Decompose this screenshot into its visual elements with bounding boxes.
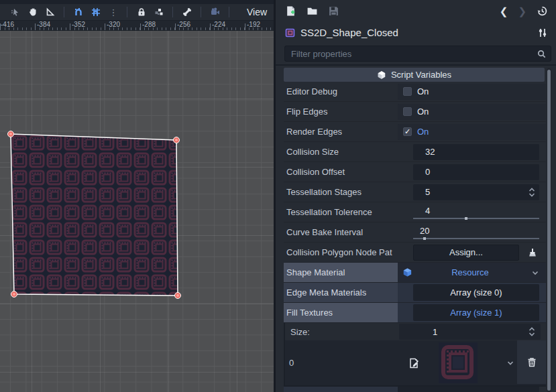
shape-material-resource[interactable]: Resource [398, 263, 546, 282]
inspector-toolbar: ❮ ❯ [276, 0, 556, 22]
load-folder-icon[interactable] [307, 5, 318, 17]
section-title: Script Variables [391, 70, 451, 80]
lock-icon [136, 7, 147, 17]
property-row-edge-meta-materials: Edge Meta Materials Array (size 0) [284, 283, 546, 303]
clear-brush-icon[interactable] [527, 247, 538, 258]
group-icon [154, 7, 164, 17]
bone-icon [182, 7, 192, 17]
canvas-toolbar: ⋮ [0, 4, 274, 21]
view-menu-button[interactable]: View [240, 7, 274, 17]
select-tool-button[interactable] [9, 5, 21, 19]
ruler-label: -256 [177, 21, 190, 28]
lock-button[interactable] [135, 5, 147, 19]
delete-element-column [517, 340, 546, 384]
skeleton-options-button[interactable] [209, 5, 221, 19]
viewport-panel: ⋮ [0, 0, 274, 392]
next-property-partial [284, 385, 546, 392]
array-size-row: Size: 1 [284, 323, 546, 340]
assign-button[interactable]: Assign... [413, 245, 519, 261]
camera-icon [210, 7, 221, 17]
slider-grabber[interactable] [465, 217, 467, 220]
editor-window: ⋮ [0, 0, 556, 392]
ruler-tool-button[interactable] [44, 5, 56, 19]
flip-edges-checkbox[interactable] [403, 107, 412, 116]
toolbar-separator [201, 7, 201, 17]
history-back-button[interactable]: ❮ [500, 5, 508, 17]
search-icon [537, 49, 547, 59]
array-element-row: 0 [284, 340, 546, 385]
array-size-label: Size: [285, 327, 399, 337]
inspector-scroll-area: Script Variables Editor Debug On Flip Ed… [276, 64, 556, 392]
new-resource-icon[interactable] [285, 5, 296, 17]
array-size-field[interactable]: 1 [399, 324, 541, 340]
edited-object-row: SS2D_Shape_Closed [276, 22, 556, 43]
object-cube-icon [377, 70, 386, 80]
group-button[interactable] [153, 5, 164, 19]
inspector-panel: ❮ ❯ SS2D_Shape_Closed Filter properti [274, 0, 556, 392]
smart-snap-button[interactable] [72, 5, 84, 19]
trash-icon[interactable] [526, 356, 537, 368]
ruler-label: -192 [247, 21, 260, 28]
collision-size-field[interactable]: 32 [413, 144, 539, 160]
property-row-flip-edges: Flip Edges On [284, 102, 546, 122]
fill-texture-preview[interactable] [439, 342, 478, 383]
property-row-tessellation-stages: Tessellation Stages 5 [284, 182, 546, 202]
property-row-fill-textures: Fill Textures Array (size 1) [284, 303, 546, 323]
tessellation-tolerence-slider[interactable] [413, 218, 539, 219]
toolbar-separator [64, 7, 64, 17]
ruler-label: -224 [212, 21, 225, 28]
snap-options-button[interactable]: ⋮ [107, 5, 119, 19]
check-icon: ✓ [404, 128, 410, 135]
collision-offset-field[interactable]: 0 [413, 164, 539, 180]
bone-button[interactable] [181, 5, 192, 19]
editor-debug-checkbox[interactable] [403, 87, 412, 96]
inspector-scrollbar[interactable] [547, 68, 551, 392]
pan-tool-button[interactable] [27, 5, 38, 19]
grid-snap-icon [91, 7, 101, 17]
section-script-variables[interactable]: Script Variables [284, 68, 545, 82]
filter-placeholder: Filter properties [291, 49, 537, 59]
filter-properties-input[interactable]: Filter properties [284, 46, 551, 62]
ruler-label: -416 [1, 21, 14, 28]
chevron-down-icon [531, 269, 539, 277]
grid-snap-button[interactable] [90, 5, 101, 19]
curve-bake-interval-slider[interactable] [413, 238, 539, 239]
resource-cube-icon [402, 267, 412, 277]
smart-snap-icon [73, 7, 84, 17]
ruler-triangle-icon [45, 7, 56, 17]
extra-tools-icon[interactable] [537, 27, 548, 38]
vertical-dots-icon: ⋮ [109, 7, 117, 17]
property-row-shape-material: Shape Material Resource [284, 263, 546, 283]
scrollbar-thumb[interactable] [547, 70, 551, 391]
save-icon[interactable] [328, 5, 339, 17]
ss2d-node-icon [285, 27, 296, 38]
2d-canvas[interactable] [0, 31, 274, 392]
node-title: SS2D_Shape_Closed [300, 27, 533, 38]
slider-grabber[interactable] [423, 237, 426, 240]
render-edges-checkbox[interactable]: ✓ [403, 127, 412, 136]
edit-resource-icon[interactable] [408, 358, 419, 369]
ruler-label: -384 [37, 21, 50, 28]
tessellation-tolerence-value[interactable]: 4 [425, 206, 430, 216]
property-row-collision-size: Collision Size 32 [284, 142, 546, 162]
filter-row: Filter properties [276, 43, 556, 64]
select-cursor-icon [10, 7, 21, 17]
property-row-collision-polygon-node-path: Collision Polygon Node Pat Assign... [284, 243, 546, 263]
edge-meta-materials-array[interactable]: Array (size 0) [413, 284, 539, 301]
element-index: 0 [285, 358, 294, 368]
chevron-down-icon[interactable] [506, 359, 514, 367]
curve-bake-interval-value[interactable]: 20 [420, 226, 429, 236]
toolbar-separator [172, 7, 173, 17]
property-row-collision-offset: Collision Offset 0 [284, 162, 546, 182]
tessellation-stages-field[interactable]: 5 [413, 184, 539, 200]
history-forward-button[interactable]: ❯ [518, 5, 526, 17]
property-row-render-edges: Render Edges ✓ On [284, 122, 546, 142]
property-row-curve-bake-interval: Curve Bake Interval 20 [284, 222, 546, 243]
horizontal-ruler: -416 -384 -352 -320 -288 -256 -224 -192 [0, 21, 274, 31]
spinner-arrows-icon[interactable] [529, 327, 535, 336]
property-row-tessellation-tolerence: Tessellation Tolerence 4 [284, 202, 546, 222]
history-icon[interactable] [537, 5, 548, 17]
fill-textures-array[interactable]: Array (size 1) [413, 304, 539, 321]
ss2d-shape-polygon[interactable] [11, 134, 178, 296]
spinner-arrows-icon[interactable] [529, 188, 535, 197]
